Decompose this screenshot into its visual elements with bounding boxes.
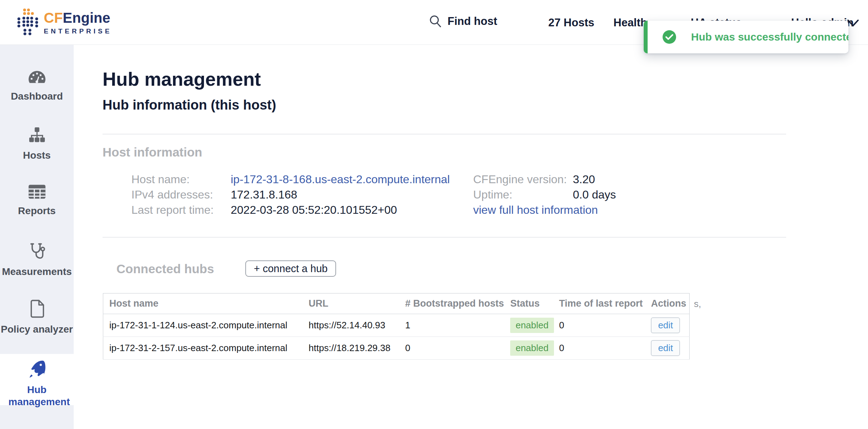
policy-analyzer-file-icon	[28, 299, 46, 318]
cfengine-logo[interactable]: CFEngine ENTERPRISE	[17, 8, 112, 37]
connected-hubs-table: Host name URL # Bootstrapped hosts Statu…	[103, 293, 690, 360]
nav-find-host[interactable]: Find host	[428, 14, 497, 28]
host-name-value-link[interactable]: ip-172-31-8-168.us-east-2.compute.intern…	[231, 173, 450, 186]
edit-button[interactable]: edit	[651, 317, 680, 333]
col-bootstrapped: # Bootstrapped hosts	[405, 293, 510, 314]
last-report-value: 2022-03-28 05:52:20.101552+00	[231, 203, 397, 217]
table-row: ip-172-31-1-124.us-east-2.compute.intern…	[103, 314, 690, 337]
sidebar-label-hosts: Hosts	[0, 149, 74, 161]
chevron-down-icon[interactable]	[847, 18, 859, 28]
sidebar-item-hosts[interactable]: Hosts	[0, 126, 74, 161]
cell-url: https://18.219.29.38	[309, 337, 405, 360]
uptime-value: 0.0 days	[573, 188, 616, 201]
sidebar-label-measurements: Measurements	[0, 266, 74, 278]
brand-name: CFEngine	[44, 11, 112, 25]
ipv4-value: 172.31.8.168	[231, 188, 297, 201]
main-content: Hub management Hub information (this hos…	[74, 45, 868, 429]
check-circle-icon	[663, 30, 676, 44]
page-subtitle: Hub information (this host)	[103, 97, 276, 113]
sidebar: Dashboard Hosts	[0, 45, 74, 429]
measurements-stethoscope-icon	[27, 242, 47, 261]
sidebar-label-reports: Reports	[0, 205, 74, 217]
cell-bootstrapped: 0	[405, 337, 510, 360]
col-url: URL	[309, 293, 405, 314]
status-badge: enabled	[510, 318, 554, 333]
host-information-heading: Host information	[103, 145, 202, 159]
dashboard-gauge-icon	[27, 70, 47, 85]
cfengine-robot-icon	[17, 8, 39, 37]
reports-table-icon	[27, 184, 47, 200]
col-actions: Actions	[651, 293, 689, 314]
cell-url: https://52.14.40.93	[309, 314, 405, 337]
search-icon	[428, 14, 443, 28]
col-host-name: Host name	[103, 293, 309, 314]
last-report-label: Last report time:	[131, 203, 214, 217]
edit-button[interactable]: edit	[651, 340, 680, 356]
nav-find-host-label: Find host	[448, 15, 497, 28]
nav-health[interactable]: Health	[613, 16, 647, 29]
cell-host-name: ip-172-31-2-157.us-east-2.compute.intern…	[103, 337, 309, 360]
uptime-label: Uptime:	[473, 188, 512, 201]
toast-accent-bar	[644, 21, 648, 53]
brand-subtitle: ENTERPRISE	[44, 28, 112, 35]
cell-bootstrapped: 1	[405, 314, 510, 337]
version-label: CFEngine version:	[473, 173, 567, 186]
col-last-report: Time of last report	[559, 293, 651, 314]
ipv4-label: IPv4 addresses:	[131, 188, 213, 201]
sidebar-item-policy-analyzer[interactable]: Policy analyzer	[0, 299, 74, 335]
status-badge: enabled	[510, 340, 554, 356]
cell-last-report: 0	[559, 314, 651, 337]
nav-hosts-count[interactable]: 27 Hosts	[548, 16, 594, 29]
sidebar-item-measurements[interactable]: Measurements	[0, 242, 74, 278]
success-toast[interactable]: Hub was successfully connected	[644, 21, 848, 53]
sidebar-label-hub-management: Hub management	[9, 384, 66, 408]
divider	[103, 134, 786, 134]
view-full-host-info-link[interactable]: view full host information	[473, 203, 598, 217]
hosts-sitemap-icon	[28, 126, 46, 144]
table-row: ip-172-31-2-157.us-east-2.compute.intern…	[103, 337, 690, 360]
cell-host-name: ip-172-31-1-124.us-east-2.compute.intern…	[103, 314, 309, 337]
col-status: Status	[510, 293, 559, 314]
toast-message: Hub was successfully connected	[691, 31, 848, 43]
sidebar-item-dashboard[interactable]: Dashboard	[0, 70, 74, 102]
sidebar-label-policy-analyzer: Policy analyzer	[0, 323, 74, 335]
connected-hubs-heading: Connected hubs	[116, 262, 214, 276]
clipped-text-fragment: s,	[694, 298, 701, 309]
sidebar-item-hub-management[interactable]: Hub management	[0, 354, 74, 405]
host-name-label: Host name:	[131, 173, 190, 186]
hub-management-rocket-icon	[27, 359, 47, 379]
cell-last-report: 0	[559, 337, 651, 360]
version-value: 3.20	[573, 173, 595, 186]
table-header-row: Host name URL # Bootstrapped hosts Statu…	[103, 293, 690, 314]
divider	[103, 237, 786, 238]
connect-a-hub-button[interactable]: + connect a hub	[245, 260, 336, 277]
page-title: Hub management	[103, 68, 261, 90]
sidebar-label-dashboard: Dashboard	[0, 90, 74, 102]
sidebar-item-reports[interactable]: Reports	[0, 184, 74, 217]
